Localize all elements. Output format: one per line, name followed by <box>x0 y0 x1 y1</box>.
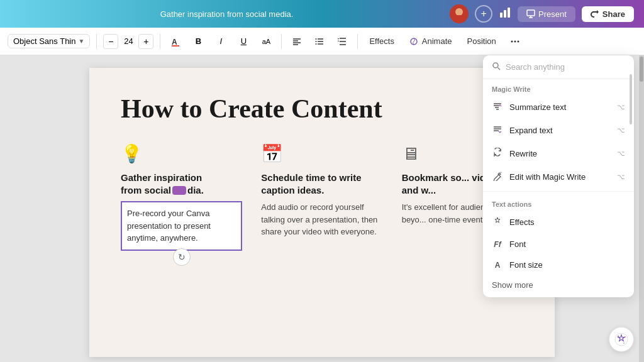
svg-rect-2 <box>500 13 502 18</box>
rewrite-item[interactable]: Rewrite ⌥ <box>483 142 634 165</box>
font-size-item[interactable]: A Font size <box>483 255 634 275</box>
content-col-2: 📅 Schedule time to write caption ideas. … <box>261 143 382 251</box>
refresh-icon[interactable]: ↻ <box>173 248 191 266</box>
svg-rect-4 <box>508 8 510 18</box>
font-family-select[interactable]: Object Sans Thin ▼ <box>8 34 90 48</box>
font-label: Font <box>509 239 625 249</box>
share-button[interactable]: Share <box>582 6 634 22</box>
svg-rect-3 <box>504 10 506 18</box>
svg-point-0 <box>455 8 463 16</box>
selected-text-box[interactable]: Pre-record your Canva presentation to pr… <box>121 201 242 251</box>
slide-content: 💡 Gather inspiration from social dia. Pr… <box>121 143 523 251</box>
content-col-1: 💡 Gather inspiration from social dia. Pr… <box>121 143 242 251</box>
animate-toolbar-button[interactable]: Animate <box>404 34 457 49</box>
summarize-text-item[interactable]: Summarize text ⌥ <box>483 96 634 119</box>
search-input[interactable] <box>506 62 625 72</box>
topbar: Gather inspiration from social media. + … <box>0 0 644 28</box>
svg-point-31 <box>625 336 626 337</box>
col-2-icon: 📅 <box>261 143 382 164</box>
case-button[interactable]: aA <box>257 33 275 50</box>
font-size-label: Font size <box>509 260 625 270</box>
font-size-decrease[interactable]: − <box>103 34 118 49</box>
panel-scrollbar-thumb <box>630 74 632 124</box>
underline-button[interactable]: U <box>235 33 252 50</box>
effects-toolbar-button[interactable]: Effects <box>364 34 399 48</box>
divider-4 <box>357 34 358 49</box>
bold-button[interactable]: B <box>189 33 207 50</box>
share-label: Share <box>602 9 625 19</box>
svg-point-1 <box>453 15 465 23</box>
svg-point-17 <box>316 38 317 40</box>
expand-icon <box>492 124 503 136</box>
svg-rect-9 <box>172 45 179 47</box>
chevron-down-icon: ▼ <box>78 38 84 45</box>
more-options-button[interactable] <box>506 33 524 50</box>
user-avatar[interactable] <box>450 4 469 23</box>
stats-icon[interactable] <box>499 6 511 22</box>
position-toolbar-button[interactable]: Position <box>462 34 501 48</box>
canvas-scrollbar[interactable] <box>639 55 644 362</box>
divider-2 <box>160 34 160 49</box>
font-size-value: 24 <box>121 36 136 46</box>
canvas-scrollbar-thumb <box>640 57 643 82</box>
edit-magic-write-label: Edit with Magic Write <box>509 172 611 182</box>
summarize-icon <box>492 101 503 113</box>
present-button[interactable]: Present <box>518 6 575 22</box>
expand-label: Expand text <box>509 126 611 135</box>
font-icon: Ff <box>492 240 503 249</box>
text-color-button[interactable]: A <box>167 33 184 50</box>
font-size-icon: A <box>492 261 503 270</box>
text-actions-label: Text actions <box>483 194 634 211</box>
effects-item[interactable]: Effects <box>483 211 634 234</box>
divider-1 <box>96 34 97 49</box>
edit-magic-write-item[interactable]: Edit with Magic Write ⌥ <box>483 165 634 189</box>
magic-studio-button[interactable] <box>609 327 634 352</box>
italic-button[interactable]: I <box>212 33 230 50</box>
col-1-icon: 💡 <box>121 143 242 164</box>
section-divider-1 <box>483 191 634 192</box>
svg-point-26 <box>517 40 519 42</box>
add-button[interactable]: + <box>475 5 492 23</box>
toolbar: Object Sans Thin ▼ − 24 + A B I U aA Eff… <box>0 28 644 55</box>
canvas-area: How to Create Content 💡 Gather inspirati… <box>0 55 644 362</box>
font-item[interactable]: Ff Font <box>483 234 634 255</box>
effects-icon <box>492 216 503 228</box>
font-size-increase[interactable]: + <box>138 34 153 49</box>
panel-scrollbar[interactable] <box>629 55 633 297</box>
svg-point-27 <box>493 63 498 68</box>
magic-write-panel: Magic Write Summarize text ⌥ Expand text… <box>483 55 634 297</box>
divider-3 <box>281 34 282 49</box>
col-1-heading: Gather inspiration from social dia. <box>121 172 242 196</box>
magic-write-icon <box>492 171 503 183</box>
svg-point-32 <box>623 343 625 344</box>
svg-point-19 <box>316 43 317 45</box>
svg-line-28 <box>498 68 501 70</box>
svg-rect-5 <box>527 10 535 16</box>
expand-text-item[interactable]: Expand text ⌥ <box>483 119 634 142</box>
search-icon <box>492 62 501 72</box>
svg-text:A: A <box>172 38 177 47</box>
magic-write-section-label: Magic Write <box>483 79 634 96</box>
topbar-title: Gather inspiration from social media. <box>10 9 443 19</box>
show-more-button[interactable]: Show more <box>483 275 634 297</box>
summarize-label: Summarize text <box>509 102 611 112</box>
list-button[interactable] <box>311 33 328 50</box>
present-label: Present <box>538 9 567 19</box>
font-name: Object Sans Thin <box>13 36 75 46</box>
svg-point-25 <box>514 40 516 42</box>
rewrite-label: Rewrite <box>509 149 611 158</box>
slide-title: How to Create Content <box>121 93 523 124</box>
svg-point-18 <box>316 41 317 42</box>
col-2-heading: Schedule time to write caption ideas. <box>261 172 382 196</box>
svg-point-30 <box>618 336 619 337</box>
font-size-control: − 24 + <box>103 34 153 49</box>
search-bar <box>483 55 634 79</box>
col-2-body: Add audio or record yourself talking ove… <box>261 201 382 238</box>
effects-label: Effects <box>509 217 625 227</box>
align-left-button[interactable] <box>288 33 306 50</box>
svg-point-24 <box>511 40 513 42</box>
rewrite-icon <box>492 148 503 160</box>
line-spacing-button[interactable] <box>333 33 351 50</box>
